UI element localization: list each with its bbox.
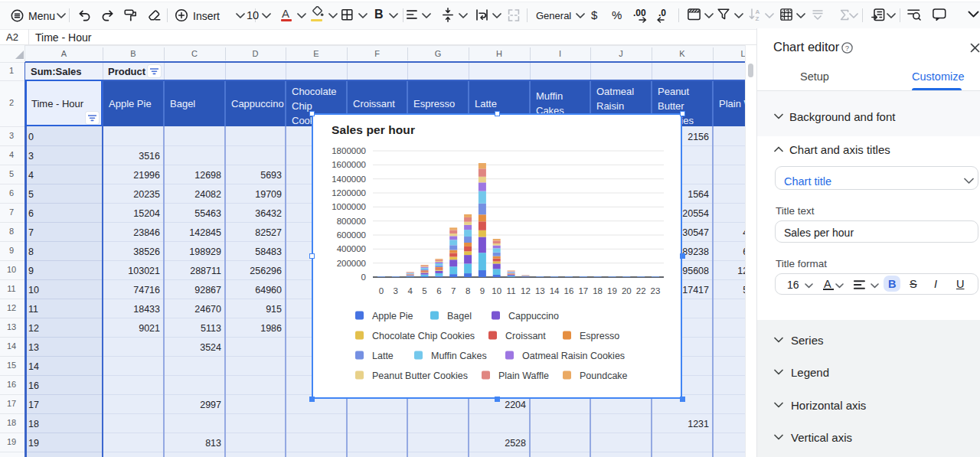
svg-text:A: A (756, 8, 760, 15)
svg-text:Z: Z (756, 15, 760, 21)
svg-text:?: ? (845, 44, 849, 52)
